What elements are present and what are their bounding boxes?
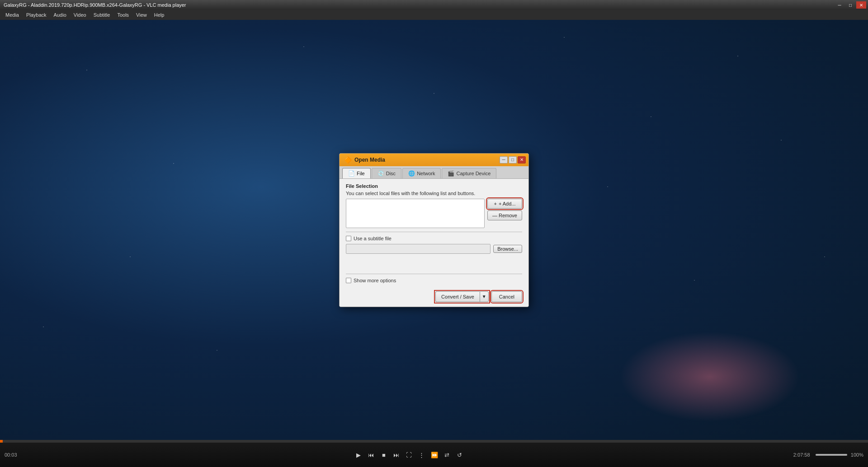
disc-tab-icon: 💿	[377, 170, 384, 177]
add-button[interactable]: + + Add...	[487, 199, 522, 209]
cancel-button[interactable]: Cancel	[491, 291, 522, 302]
tab-capture[interactable]: 🎬 Capture Device	[442, 168, 496, 178]
time-current: 00:03	[5, 452, 25, 458]
volume-slider[interactable]	[816, 454, 847, 456]
remove-label: — Remove	[492, 213, 517, 218]
section-title: File Selection	[346, 183, 522, 189]
show-more-checkbox[interactable]	[346, 278, 351, 283]
maximize-button[interactable]: □	[845, 1, 855, 9]
minimize-button[interactable]: ─	[835, 1, 844, 9]
file-tab-icon: 📄	[348, 170, 355, 177]
menu-tools[interactable]: Tools	[113, 10, 132, 20]
file-area: + + Add... — Remove	[346, 199, 522, 228]
progress-fill	[0, 440, 3, 443]
control-bar: 00:03 ▶ ⏮ ■ ⏭ ⛶ ⋮ ⏩ ⇄ ↺ 2:07:58 100%	[0, 440, 868, 467]
volume-fill	[816, 454, 847, 456]
subtitle-row: Browse...	[346, 244, 522, 254]
add-label: + Add...	[499, 201, 516, 206]
stop-button[interactable]: ■	[378, 449, 389, 460]
menu-media[interactable]: Media	[2, 10, 23, 20]
dialog-minimize-button[interactable]: ─	[500, 156, 508, 163]
divider-2	[346, 274, 522, 274]
show-more-row: Show more options	[346, 278, 522, 283]
loop-button[interactable]: ↺	[454, 449, 465, 460]
menu-help[interactable]: Help	[151, 10, 168, 20]
menu-audio[interactable]: Audio	[50, 10, 70, 20]
tab-file[interactable]: 📄 File	[342, 168, 371, 178]
progress-bar[interactable]	[0, 440, 868, 443]
subtitle-input[interactable]	[346, 244, 491, 254]
dialog-content: File Selection You can select local file…	[340, 179, 528, 288]
fullscreen-button[interactable]: ⛶	[404, 449, 415, 460]
tab-file-label: File	[357, 171, 365, 176]
menu-view[interactable]: View	[132, 10, 151, 20]
extended-button[interactable]: ⋮	[416, 449, 427, 460]
tab-network-label: Network	[417, 171, 435, 176]
dialog-title: 🔶 Open Media	[344, 156, 385, 163]
menu-video[interactable]: Video	[70, 10, 90, 20]
subtitle-checkbox[interactable]	[346, 236, 351, 241]
convert-save-button[interactable]: Convert / Save	[435, 291, 480, 302]
menubar: Media Playback Audio Video Subtitle Tool…	[0, 10, 868, 20]
frame-by-frame-button[interactable]: ⏩	[429, 449, 440, 460]
subtitle-checkbox-area: Use a subtitle file	[346, 236, 522, 241]
section-description: You can select local files with the foll…	[346, 191, 522, 196]
controls-left: 00:03	[5, 452, 25, 458]
play-button[interactable]: ▶	[353, 449, 364, 460]
tab-disc-label: Disc	[386, 171, 396, 176]
next-button[interactable]: ⏭	[391, 449, 402, 460]
titlebar: GalaxyRG - Aladdin.2019.720p.HDRip.900MB…	[0, 0, 868, 10]
menu-playback[interactable]: Playback	[23, 10, 50, 20]
dialog-close-button[interactable]: ✕	[518, 156, 526, 163]
tab-bar: 📄 File 💿 Disc 🌐 Network 🎬 Capture Device	[340, 166, 528, 179]
close-button[interactable]: ✕	[856, 1, 866, 9]
file-list[interactable]	[346, 199, 485, 228]
spacer	[346, 257, 522, 270]
open-media-dialog: 🔶 Open Media ─ □ ✕ 📄 File 💿 Disc 🌐 Netwo…	[339, 153, 529, 307]
dialog-footer: Convert / Save ▼ Cancel	[340, 288, 528, 307]
titlebar-controls: ─ □ ✕	[835, 1, 866, 9]
tab-disc[interactable]: 💿 Disc	[372, 168, 401, 178]
prev-button[interactable]: ⏮	[366, 449, 377, 460]
convert-save-button-wrap: Convert / Save ▼	[435, 291, 489, 302]
dialog-maximize-button[interactable]: □	[509, 156, 517, 163]
divider-1	[346, 232, 522, 232]
browse-button[interactable]: Browse...	[493, 245, 522, 253]
shuffle-button[interactable]: ⇄	[442, 449, 453, 460]
dialog-overlay: 🔶 Open Media ─ □ ✕ 📄 File 💿 Disc 🌐 Netwo…	[0, 20, 868, 440]
controls-row: 00:03 ▶ ⏮ ■ ⏭ ⛶ ⋮ ⏩ ⇄ ↺ 2:07:58 100%	[0, 443, 868, 467]
capture-tab-icon: 🎬	[448, 170, 454, 177]
controls-right: 2:07:58 100%	[793, 452, 863, 458]
convert-save-dropdown[interactable]: ▼	[480, 291, 489, 302]
volume-percent: 100%	[851, 452, 863, 458]
vlc-icon: 🔶	[344, 156, 352, 163]
remove-button[interactable]: — Remove	[487, 210, 522, 220]
add-icon: +	[494, 201, 496, 206]
tab-capture-label: Capture Device	[456, 171, 491, 176]
network-tab-icon: 🌐	[408, 170, 415, 177]
menu-subtitle[interactable]: Subtitle	[90, 10, 114, 20]
subtitle-checkbox-label: Use a subtitle file	[354, 236, 392, 241]
file-buttons: + + Add... — Remove	[487, 199, 522, 228]
dialog-title-controls: ─ □ ✕	[500, 156, 526, 163]
titlebar-title: GalaxyRG - Aladdin.2019.720p.HDRip.900MB…	[2, 2, 186, 8]
dialog-title-label: Open Media	[354, 157, 385, 163]
time-total: 2:07:58	[793, 452, 814, 458]
controls-center: ▶ ⏮ ■ ⏭ ⛶ ⋮ ⏩ ⇄ ↺	[353, 449, 465, 460]
show-more-label: Show more options	[354, 278, 396, 283]
dialog-titlebar: 🔶 Open Media ─ □ ✕	[340, 154, 528, 166]
tab-network[interactable]: 🌐 Network	[402, 168, 441, 178]
